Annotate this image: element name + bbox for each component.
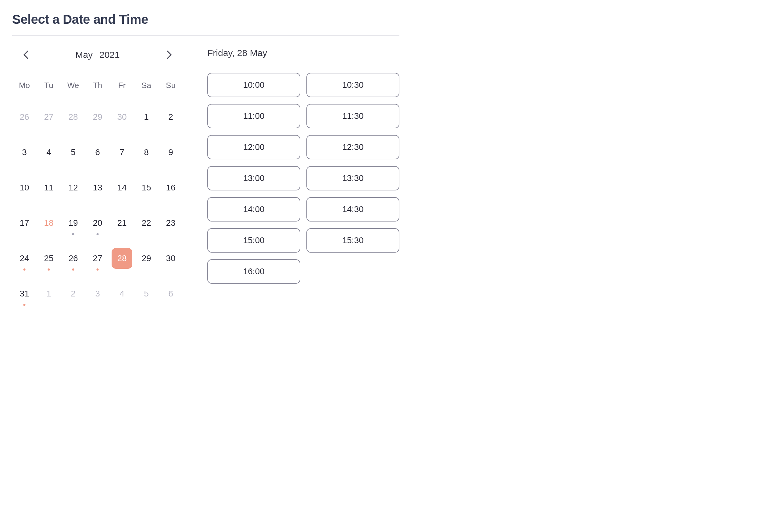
time-slot[interactable]: 14:00 (207, 197, 300, 222)
day-number: 16 (160, 177, 181, 198)
event-dot-icon (97, 268, 99, 271)
event-dot-icon (48, 268, 50, 271)
day-number: 1 (38, 283, 59, 304)
time-slot[interactable]: 11:30 (306, 104, 400, 128)
calendar-day[interactable]: 17 (12, 205, 37, 241)
calendar-day[interactable]: 22 (134, 205, 158, 241)
day-header: We (61, 77, 85, 99)
calendar-day[interactable]: 24 (12, 241, 37, 276)
day-header: Tu (37, 77, 61, 99)
calendar-day[interactable]: 28 (61, 99, 85, 135)
time-slot[interactable]: 16:00 (207, 259, 300, 284)
calendar-day[interactable]: 26 (61, 241, 85, 276)
day-number: 27 (38, 107, 59, 127)
calendar-day[interactable]: 5 (61, 135, 85, 170)
calendar-day[interactable]: 4 (110, 276, 134, 311)
chevron-left-icon (23, 50, 29, 59)
calendar-day[interactable]: 12 (61, 170, 85, 205)
day-header: Sa (134, 77, 158, 99)
day-number: 6 (160, 283, 181, 304)
prev-month-button[interactable] (21, 48, 31, 62)
calendar-day[interactable]: 2 (61, 276, 85, 311)
day-number: 4 (38, 142, 59, 163)
calendar-day[interactable]: 1 (37, 276, 61, 311)
calendar-day[interactable]: 10 (12, 170, 37, 205)
next-month-button[interactable] (164, 48, 174, 62)
calendar-day[interactable]: 29 (85, 99, 110, 135)
event-dot-icon (97, 233, 99, 235)
time-slot[interactable]: 13:30 (306, 166, 400, 190)
calendar-day[interactable]: 14 (110, 170, 134, 205)
calendar-day[interactable]: 30 (158, 241, 183, 276)
day-number: 11 (38, 177, 59, 198)
year-label: 2021 (99, 50, 120, 60)
calendar-day[interactable]: 9 (158, 135, 183, 170)
time-slot[interactable]: 14:30 (306, 197, 400, 222)
calendar-day[interactable]: 7 (110, 135, 134, 170)
time-slot[interactable]: 11:00 (207, 104, 300, 128)
calendar-day[interactable]: 31 (12, 276, 37, 311)
month-label: May (75, 50, 93, 60)
day-number: 30 (160, 248, 181, 269)
time-slot[interactable]: 12:30 (306, 135, 400, 159)
day-number: 9 (160, 142, 181, 163)
day-number: 2 (160, 107, 181, 127)
day-number: 4 (112, 283, 132, 304)
time-slot[interactable]: 13:00 (207, 166, 300, 190)
time-slot[interactable]: 12:00 (207, 135, 300, 159)
calendar-day[interactable]: 3 (85, 276, 110, 311)
day-number: 30 (112, 107, 132, 127)
calendar-day[interactable]: 28 (110, 241, 134, 276)
day-number: 1 (136, 107, 157, 127)
calendar-day[interactable]: 21 (110, 205, 134, 241)
calendar-day[interactable]: 27 (37, 99, 61, 135)
event-dot-icon (23, 268, 26, 271)
month-year-label: May 2021 (75, 50, 119, 60)
calendar-day[interactable]: 30 (110, 99, 134, 135)
day-number: 20 (87, 213, 108, 233)
calendar-day[interactable]: 5 (134, 276, 158, 311)
time-slot[interactable]: 15:30 (306, 228, 400, 253)
time-slot[interactable]: 10:30 (306, 73, 400, 97)
day-number: 28 (63, 107, 84, 127)
calendar-day[interactable]: 6 (85, 135, 110, 170)
calendar-day[interactable]: 18 (37, 205, 61, 241)
calendar-day[interactable]: 19 (61, 205, 85, 241)
day-number: 5 (136, 283, 157, 304)
day-number: 14 (112, 177, 132, 198)
day-number: 6 (87, 142, 108, 163)
calendar-day[interactable]: 1 (134, 99, 158, 135)
calendar-day[interactable]: 29 (134, 241, 158, 276)
time-slot[interactable]: 10:00 (207, 73, 300, 97)
time-section: Friday, 28 May 10:0010:3011:0011:3012:00… (207, 48, 400, 311)
day-number: 18 (38, 213, 59, 233)
calendar-day[interactable]: 8 (134, 135, 158, 170)
calendar-day[interactable]: 27 (85, 241, 110, 276)
calendar-day[interactable]: 4 (37, 135, 61, 170)
calendar-day[interactable]: 13 (85, 170, 110, 205)
day-header: Th (85, 77, 110, 99)
event-dot-icon (72, 268, 74, 271)
calendar-day[interactable]: 25 (37, 241, 61, 276)
calendar-day[interactable]: 11 (37, 170, 61, 205)
day-number: 15 (136, 177, 157, 198)
calendar-day[interactable]: 23 (158, 205, 183, 241)
day-number: 29 (87, 107, 108, 127)
time-slot[interactable]: 15:00 (207, 228, 300, 253)
day-number: 31 (14, 283, 35, 304)
calendar-day[interactable]: 2 (158, 99, 183, 135)
time-grid: 10:0010:3011:0011:3012:0012:3013:0013:30… (207, 73, 400, 284)
day-number: 22 (136, 213, 157, 233)
calendar-day[interactable]: 20 (85, 205, 110, 241)
calendar-day[interactable]: 15 (134, 170, 158, 205)
day-header: Fr (110, 77, 134, 99)
calendar-day[interactable]: 6 (158, 276, 183, 311)
day-number: 25 (38, 248, 59, 269)
day-number: 8 (136, 142, 157, 163)
calendar-day[interactable]: 16 (158, 170, 183, 205)
day-header: Mo (12, 77, 37, 99)
calendar-day[interactable]: 26 (12, 99, 37, 135)
calendar-day[interactable]: 3 (12, 135, 37, 170)
day-number: 3 (87, 283, 108, 304)
day-number: 27 (87, 248, 108, 269)
